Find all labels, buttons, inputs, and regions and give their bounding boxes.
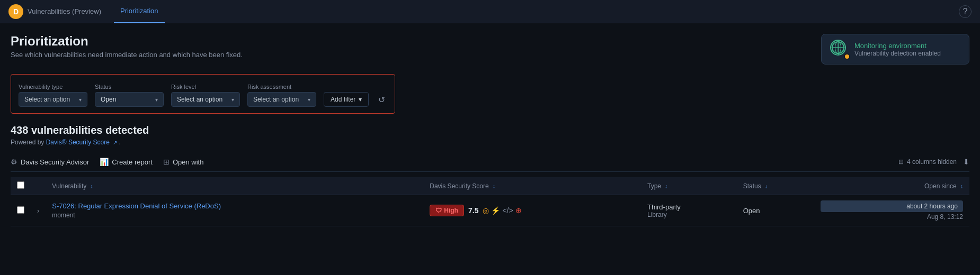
filter-group-vuln-type: Vulnerability type Select an option ▾ [19,84,87,107]
filter-section: Vulnerability type Select an option ▾ St… [11,74,395,114]
score-icon-2: ⚡ [491,206,500,215]
filter-value-vuln-type: Select an option [24,96,70,103]
filter-group-add: Add filter ▾ [324,81,369,107]
powered-by-suffix: . [119,139,121,146]
signal-dot [844,53,850,60]
open-since-relative: about 2 hours ago [821,200,963,212]
filter-group-reset: ↺ [376,81,387,107]
download-button[interactable]: ⬇ [963,158,969,166]
nav-logo: D Vulnerabilities (Preview) [8,4,101,19]
app-logo-icon: D [8,4,23,19]
score-level-text: High [444,207,458,214]
type-sub: Library [647,211,730,218]
advisor-icon: ⚙ [11,158,17,166]
th-status-label: Status [743,182,761,190]
filter-value-status: Open [101,96,116,103]
add-filter-label: Add filter [331,96,355,103]
svg-point-1 [835,42,841,53]
main-content: Prioritization See which vulnerabilities… [0,23,980,226]
table-header-row: Vulnerability ↕ Davis Security Score ↕ T… [11,177,969,195]
columns-hidden-button[interactable]: ⊟ 4 columns hidden [898,158,957,166]
app-name-label: Vulnerabilities (Preview) [28,7,101,15]
type-content: Third-party Library [647,203,730,218]
open-with-label: Open with [173,158,204,166]
columns-hidden-icon: ⊟ [898,158,904,166]
chevron-down-icon-risk: ▾ [231,97,234,103]
open-with-icon: ⊞ [163,158,170,166]
type-main: Third-party [647,203,730,211]
nav-tab-prioritization[interactable]: Prioritization [114,0,165,23]
monitoring-line1: Monitoring environment [854,42,941,50]
report-icon: 📊 [100,158,109,166]
filter-value-risk-level: Select an option [177,96,222,103]
filter-label-vuln-type: Vulnerability type [19,84,87,90]
filter-select-status[interactable]: Open ▾ [95,92,164,107]
score-icon-3: </> [502,206,513,215]
score-level-badge: 🛡 High [430,205,464,216]
filter-label-risk-assessment: Risk assessment [247,84,316,90]
monitoring-icon [830,40,849,59]
page-subtitle: See which vulnerabilities need immediate… [11,51,243,59]
filter-group-risk-level: Risk level Select an option ▾ [171,84,240,107]
th-open-since[interactable]: Open since ↕ [814,177,969,195]
row-status-cell: Open [737,195,814,226]
vuln-count-section: 438 vulnerabilities detected Powered by … [11,124,969,146]
th-status[interactable]: Status ↓ [737,177,814,195]
page-header: Prioritization See which vulnerabilities… [11,34,969,65]
report-label: Create report [112,158,153,166]
row-open-since-cell: about 2 hours ago Aug 8, 13:12 [814,195,969,226]
davis-score-link[interactable]: Davis® Security Score ↗ [46,139,119,146]
th-vulnerability[interactable]: Vulnerability ↕ [46,177,423,195]
external-link-icon: ↗ [113,140,117,145]
reset-filter-button[interactable]: ↺ [376,93,387,107]
table-row: › S-7026: Regular Expression Denial of S… [11,195,969,226]
chevron-down-icon-assessment: ▾ [308,97,310,103]
table-body: › S-7026: Regular Expression Denial of S… [11,195,969,226]
score-icons: ◎ ⚡ </> ⊕ [483,206,521,215]
toolbar-right: ⊟ 4 columns hidden ⬇ [898,158,969,166]
vulnerabilities-table: Vulnerability ↕ Davis Security Score ↕ T… [11,177,969,226]
open-with-button[interactable]: ⊞ Open with [163,155,204,168]
add-filter-button[interactable]: Add filter ▾ [324,92,369,107]
chevron-down-icon: ▾ [79,97,82,103]
sort-icon-type: ↕ [665,184,667,189]
th-davis-score[interactable]: Davis Security Score ↕ [423,177,641,195]
open-since-absolute: Aug 8, 13:12 [821,213,963,221]
row-expand-cell[interactable]: › [31,195,46,226]
sort-icon-open-since: ↕ [960,184,963,189]
filter-select-risk-level[interactable]: Select an option ▾ [171,92,240,107]
filter-select-risk-assessment[interactable]: Select an option ▾ [247,92,316,107]
reset-icon: ↺ [378,95,385,105]
select-all-checkbox[interactable] [17,181,24,189]
monitoring-line2: Vulnerability detection enabled [854,50,941,57]
row-checkbox[interactable] [17,206,24,214]
open-since-content: about 2 hours ago Aug 8, 13:12 [821,200,963,221]
globe-icon [830,40,846,56]
vuln-count-title: 438 vulnerabilities detected [11,124,969,136]
vuln-sub-name: moment [52,212,75,219]
score-icon-4: ⊕ [515,206,522,215]
filter-select-vuln-type[interactable]: Select an option ▾ [19,92,87,107]
page-title: Prioritization [11,34,243,49]
toolbar: ⚙ Davis Security Advisor 📊 Create report… [11,152,969,172]
create-report-button[interactable]: 📊 Create report [100,155,153,168]
monitoring-text: Monitoring environment Vulnerability det… [854,42,941,57]
expand-icon: › [37,207,39,215]
th-type[interactable]: Type ↕ [641,177,737,195]
vuln-id-link[interactable]: S-7026: Regular Expression Denial of Ser… [52,202,417,210]
status-text: Open [743,207,760,215]
powered-by-prefix: Powered by [11,139,46,146]
davis-advisor-button[interactable]: ⚙ Davis Security Advisor [11,155,89,168]
row-vulnerability-cell: S-7026: Regular Expression Denial of Ser… [46,195,423,226]
sort-icon-vulnerability: ↕ [91,184,93,189]
chevron-down-icon-status: ▾ [155,97,158,103]
th-vulnerability-label: Vulnerability [52,182,86,190]
score-icon-1: ◎ [483,206,489,215]
score-content: 🛡 High 7.5 ◎ ⚡ </> ⊕ [430,205,635,216]
davis-score-link-text: Davis® Security Score [46,139,110,146]
help-button[interactable]: ? [959,5,972,18]
filter-group-status: Status Open ▾ [95,84,164,107]
th-type-label: Type [647,182,661,190]
powered-by: Powered by Davis® Security Score ↗ . [11,139,969,146]
monitoring-badge: Monitoring environment Vulnerability det… [821,34,969,65]
